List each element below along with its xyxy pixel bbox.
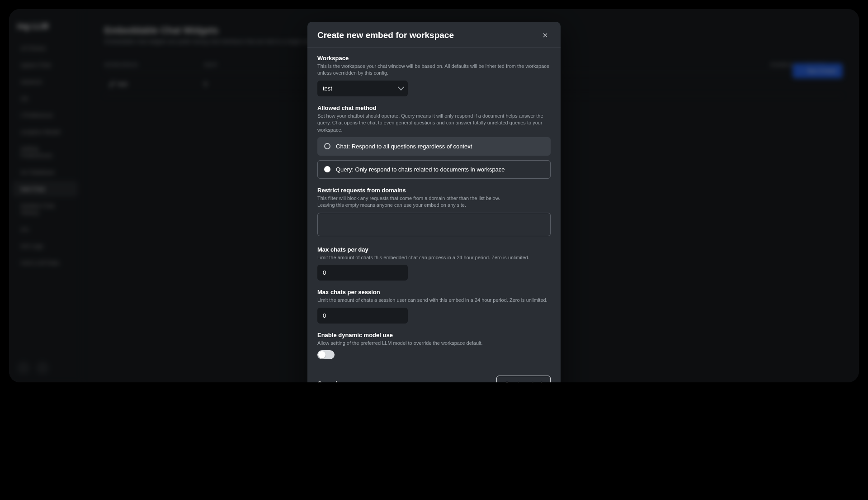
max-day-label: Max chats per day xyxy=(317,246,551,253)
domains-label: Restrict requests from domains xyxy=(317,187,551,194)
create-embed-modal: Create new embed for workspace Workspace… xyxy=(307,22,561,382)
max-session-label: Max chats per session xyxy=(317,289,551,295)
dynamic-model-group: Enable dynamic model use Allow setting o… xyxy=(317,332,551,359)
cancel-button[interactable]: Cancel xyxy=(317,380,337,382)
workspace-select[interactable]: test xyxy=(317,81,408,96)
max-day-input[interactable] xyxy=(317,265,408,281)
workspace-desc: This is the workspace your chat window w… xyxy=(317,63,551,77)
close-icon xyxy=(542,32,549,39)
radio-chat-label: Chat: Respond to all questions regardles… xyxy=(336,143,472,150)
chat-method-label: Allowed chat method xyxy=(317,105,551,111)
chat-method-desc: Set how your chatbot should operate. Que… xyxy=(317,113,551,133)
radio-icon xyxy=(324,166,330,172)
dynamic-model-desc: Allow setting of the preferred LLM model… xyxy=(317,340,551,347)
modal-title: Create new embed for workspace xyxy=(317,30,454,40)
max-day-group: Max chats per day Limit the amount of ch… xyxy=(317,246,551,281)
chat-method-group: Allowed chat method Set how your chatbot… xyxy=(317,105,551,179)
max-session-desc: Limit the amount of chats a session user… xyxy=(317,297,551,304)
close-button[interactable] xyxy=(540,30,551,41)
dynamic-model-label: Enable dynamic model use xyxy=(317,332,551,338)
create-embed-button[interactable]: Create embed xyxy=(496,376,551,382)
dynamic-model-toggle[interactable] xyxy=(317,350,335,359)
domains-group: Restrict requests from domains This filt… xyxy=(317,187,551,238)
radio-chat[interactable]: Chat: Respond to all questions regardles… xyxy=(317,137,551,156)
max-session-input[interactable] xyxy=(317,308,408,324)
radio-query[interactable]: Query: Only respond to chats related to … xyxy=(317,160,551,179)
radio-query-label: Query: Only respond to chats related to … xyxy=(336,166,505,173)
workspace-label: Workspace xyxy=(317,55,551,62)
max-day-desc: Limit the amount of chats this embedded … xyxy=(317,254,551,261)
radio-icon xyxy=(324,143,330,149)
max-session-group: Max chats per session Limit the amount o… xyxy=(317,289,551,323)
domains-input[interactable] xyxy=(317,213,551,236)
workspace-group: Workspace This is the workspace your cha… xyxy=(317,55,551,96)
domains-desc: This filter will block any requests that… xyxy=(317,195,551,209)
